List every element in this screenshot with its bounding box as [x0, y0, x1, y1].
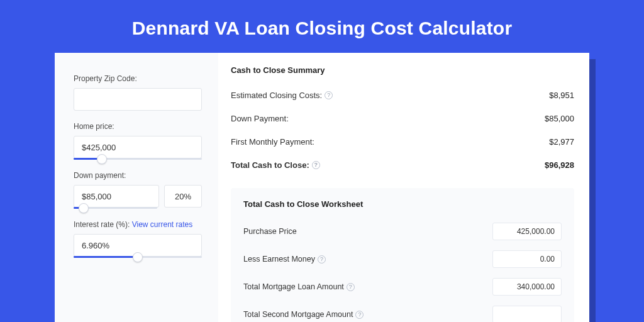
- help-icon[interactable]: ?: [347, 283, 355, 291]
- worksheet-title: Total Cash to Close Worksheet: [243, 199, 562, 209]
- slider-thumb[interactable]: [97, 154, 107, 164]
- down-payment-label: Down payment:: [74, 171, 202, 180]
- interest-label-text: Interest rate (%):: [74, 220, 130, 229]
- closing-costs-value: $8,951: [549, 91, 574, 100]
- zip-field-block: Property Zip Code:: [74, 74, 202, 111]
- total-cash-value: $96,928: [545, 160, 574, 170]
- ws-row-mortgage-amount: Total Mortgage Loan Amount ? 340,000.00: [243, 273, 562, 301]
- purchase-price-label: Purchase Price: [243, 227, 297, 236]
- zip-input[interactable]: [74, 88, 202, 111]
- purchase-price-value[interactable]: 425,000.00: [492, 223, 562, 240]
- help-icon[interactable]: ?: [325, 91, 333, 99]
- help-icon[interactable]: ?: [355, 311, 364, 319]
- first-payment-value: $2,977: [549, 137, 574, 147]
- results-panel: Cash to Close Summary Estimated Closing …: [218, 53, 589, 322]
- down-payment-block: Down payment:: [74, 171, 202, 209]
- second-mortgage-label: Total Second Mortgage Amount: [243, 310, 353, 319]
- slider-thumb[interactable]: [133, 252, 143, 262]
- home-price-label: Home price:: [74, 122, 202, 131]
- interest-slider[interactable]: [74, 256, 202, 258]
- summary-row-down-payment: Down Payment: $85,000: [231, 107, 574, 130]
- summary-title: Cash to Close Summary: [231, 65, 574, 75]
- slider-fill: [74, 256, 138, 258]
- summary-row-total: Total Cash to Close: ? $96,928: [231, 153, 574, 177]
- down-payment-summary-value: $85,000: [545, 114, 574, 123]
- earnest-value[interactable]: 0.00: [492, 250, 562, 268]
- earnest-label: Less Earnest Money: [243, 255, 315, 264]
- summary-row-first-payment: First Monthly Payment: $2,977: [231, 130, 574, 153]
- zip-label: Property Zip Code:: [74, 74, 202, 83]
- worksheet-panel: Total Cash to Close Worksheet Purchase P…: [231, 188, 574, 322]
- first-payment-label: First Monthly Payment:: [231, 137, 314, 147]
- interest-block: Interest rate (%): View current rates: [74, 220, 202, 258]
- view-rates-link[interactable]: View current rates: [132, 220, 193, 229]
- second-mortgage-value[interactable]: [492, 306, 562, 322]
- ws-row-second-mortgage: Total Second Mortgage Amount ?: [243, 301, 562, 322]
- slider-thumb[interactable]: [79, 203, 89, 213]
- total-cash-label: Total Cash to Close:: [231, 160, 309, 170]
- page-title: Dennard VA Loan Closing Cost Calculator: [0, 0, 644, 53]
- interest-label: Interest rate (%): View current rates: [74, 220, 202, 229]
- mortgage-amount-value[interactable]: 340,000.00: [492, 278, 562, 296]
- summary-row-closing-costs: Estimated Closing Costs: ? $8,951: [231, 84, 574, 107]
- down-payment-pct-input[interactable]: [164, 185, 202, 208]
- home-price-input[interactable]: [74, 136, 202, 158]
- closing-costs-label: Estimated Closing Costs:: [231, 91, 322, 100]
- down-payment-summary-label: Down Payment:: [231, 114, 289, 123]
- ws-row-earnest: Less Earnest Money ? 0.00: [243, 245, 562, 273]
- home-price-slider[interactable]: [74, 158, 202, 160]
- down-payment-slider[interactable]: [74, 207, 157, 209]
- ws-row-purchase-price: Purchase Price 425,000.00: [243, 218, 562, 245]
- inputs-panel: Property Zip Code: Home price: Down paym…: [55, 53, 218, 322]
- mortgage-amount-label: Total Mortgage Loan Amount: [243, 282, 344, 291]
- calculator-card: Property Zip Code: Home price: Down paym…: [55, 53, 589, 322]
- help-icon[interactable]: ?: [318, 255, 326, 264]
- help-icon[interactable]: ?: [312, 161, 320, 169]
- home-price-block: Home price:: [74, 122, 202, 160]
- calculator-card-shadow: Property Zip Code: Home price: Down paym…: [55, 53, 589, 322]
